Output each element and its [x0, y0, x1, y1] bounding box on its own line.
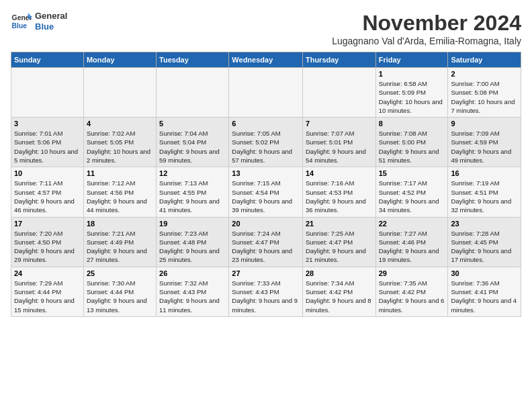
day-info: Sunrise: 7:16 AM Sunset: 4:53 PM Dayligh… — [306, 179, 373, 214]
calendar-cell — [229, 68, 303, 118]
calendar-cell: 21Sunrise: 7:25 AM Sunset: 4:47 PM Dayli… — [302, 217, 375, 267]
day-number: 8 — [379, 120, 445, 128]
calendar-week-5: 24Sunrise: 7:29 AM Sunset: 4:44 PM Dayli… — [11, 267, 521, 316]
calendar-cell — [302, 68, 375, 118]
calendar-week-3: 10Sunrise: 7:11 AM Sunset: 4:57 PM Dayli… — [11, 167, 521, 217]
calendar-cell: 13Sunrise: 7:15 AM Sunset: 4:54 PM Dayli… — [229, 167, 303, 217]
calendar-cell: 4Sunrise: 7:02 AM Sunset: 5:05 PM Daylig… — [83, 118, 156, 167]
month-title: November 2024 — [332, 11, 521, 36]
column-header-friday: Friday — [375, 52, 448, 68]
calendar-cell: 16Sunrise: 7:19 AM Sunset: 4:51 PM Dayli… — [448, 167, 521, 217]
column-header-sunday: Sunday — [11, 52, 84, 68]
day-number: 27 — [232, 269, 300, 277]
day-number: 17 — [14, 220, 81, 228]
column-header-wednesday: Wednesday — [229, 52, 303, 68]
day-info: Sunrise: 7:12 AM Sunset: 4:56 PM Dayligh… — [87, 179, 153, 214]
column-header-tuesday: Tuesday — [157, 52, 229, 68]
calendar-cell: 15Sunrise: 7:17 AM Sunset: 4:52 PM Dayli… — [375, 167, 448, 217]
calendar-cell: 8Sunrise: 7:08 AM Sunset: 5:00 PM Daylig… — [375, 118, 448, 167]
calendar-cell: 17Sunrise: 7:20 AM Sunset: 4:50 PM Dayli… — [11, 217, 84, 267]
calendar-week-2: 3Sunrise: 7:01 AM Sunset: 5:06 PM Daylig… — [11, 118, 521, 167]
calendar-cell — [157, 68, 229, 118]
logo-icon: General Blue — [11, 11, 32, 32]
day-number: 4 — [87, 120, 153, 128]
day-number: 25 — [87, 269, 153, 277]
day-number: 16 — [451, 169, 518, 177]
day-info: Sunrise: 7:13 AM Sunset: 4:55 PM Dayligh… — [159, 179, 226, 214]
title-block: November 2024 Lugagnano Val d'Arda, Emil… — [332, 11, 521, 46]
calendar-cell: 18Sunrise: 7:21 AM Sunset: 4:49 PM Dayli… — [83, 217, 156, 267]
day-number: 21 — [306, 220, 373, 228]
day-info: Sunrise: 7:09 AM Sunset: 4:59 PM Dayligh… — [451, 129, 518, 165]
calendar-cell: 10Sunrise: 7:11 AM Sunset: 4:57 PM Dayli… — [11, 167, 84, 217]
calendar-cell: 5Sunrise: 7:04 AM Sunset: 5:04 PM Daylig… — [157, 118, 229, 167]
calendar-cell — [83, 68, 156, 118]
calendar-cell: 28Sunrise: 7:34 AM Sunset: 4:42 PM Dayli… — [302, 267, 375, 316]
calendar-cell: 1Sunrise: 6:58 AM Sunset: 5:09 PM Daylig… — [375, 68, 448, 118]
calendar-cell: 12Sunrise: 7:13 AM Sunset: 4:55 PM Dayli… — [157, 167, 229, 217]
day-number: 22 — [379, 220, 445, 228]
calendar-cell: 23Sunrise: 7:28 AM Sunset: 4:45 PM Dayli… — [448, 217, 521, 267]
day-info: Sunrise: 7:01 AM Sunset: 5:06 PM Dayligh… — [14, 129, 81, 165]
logo-general: General — [35, 11, 67, 21]
day-info: Sunrise: 7:21 AM Sunset: 4:49 PM Dayligh… — [87, 229, 153, 265]
day-info: Sunrise: 7:24 AM Sunset: 4:47 PM Dayligh… — [232, 229, 300, 265]
day-number: 1 — [379, 70, 445, 78]
day-number: 11 — [87, 169, 153, 177]
calendar-cell: 14Sunrise: 7:16 AM Sunset: 4:53 PM Dayli… — [302, 167, 375, 217]
day-number: 7 — [306, 120, 373, 128]
day-number: 28 — [306, 269, 373, 277]
day-info: Sunrise: 7:34 AM Sunset: 4:42 PM Dayligh… — [306, 279, 373, 314]
day-number: 2 — [451, 70, 518, 78]
day-number: 30 — [451, 269, 518, 277]
column-header-monday: Monday — [83, 52, 156, 68]
day-number: 13 — [232, 169, 300, 177]
calendar-cell: 9Sunrise: 7:09 AM Sunset: 4:59 PM Daylig… — [448, 118, 521, 167]
day-info: Sunrise: 7:11 AM Sunset: 4:57 PM Dayligh… — [14, 179, 81, 214]
day-number: 18 — [87, 220, 153, 228]
calendar-cell: 2Sunrise: 7:00 AM Sunset: 5:08 PM Daylig… — [448, 68, 521, 118]
logo-blue: Blue — [35, 21, 67, 32]
calendar-cell: 25Sunrise: 7:30 AM Sunset: 4:44 PM Dayli… — [83, 267, 156, 316]
day-info: Sunrise: 7:32 AM Sunset: 4:43 PM Dayligh… — [159, 279, 226, 314]
day-info: Sunrise: 7:30 AM Sunset: 4:44 PM Dayligh… — [87, 279, 153, 314]
calendar-cell: 30Sunrise: 7:36 AM Sunset: 4:41 PM Dayli… — [448, 267, 521, 316]
calendar-cell: 7Sunrise: 7:07 AM Sunset: 5:01 PM Daylig… — [302, 118, 375, 167]
calendar-cell: 6Sunrise: 7:05 AM Sunset: 5:02 PM Daylig… — [229, 118, 303, 167]
day-info: Sunrise: 7:28 AM Sunset: 4:45 PM Dayligh… — [451, 229, 518, 265]
day-info: Sunrise: 7:02 AM Sunset: 5:05 PM Dayligh… — [87, 129, 153, 165]
day-number: 29 — [379, 269, 445, 277]
day-info: Sunrise: 7:17 AM Sunset: 4:52 PM Dayligh… — [379, 179, 445, 214]
day-number: 20 — [232, 220, 300, 228]
svg-text:Blue: Blue — [12, 22, 28, 30]
day-info: Sunrise: 7:20 AM Sunset: 4:50 PM Dayligh… — [14, 229, 81, 265]
day-info: Sunrise: 7:36 AM Sunset: 4:41 PM Dayligh… — [451, 279, 518, 314]
day-info: Sunrise: 7:15 AM Sunset: 4:54 PM Dayligh… — [232, 179, 300, 214]
calendar-cell: 24Sunrise: 7:29 AM Sunset: 4:44 PM Dayli… — [11, 267, 84, 316]
day-info: Sunrise: 7:07 AM Sunset: 5:01 PM Dayligh… — [306, 129, 373, 165]
day-info: Sunrise: 7:04 AM Sunset: 5:04 PM Dayligh… — [159, 129, 226, 165]
day-number: 19 — [159, 220, 226, 228]
day-info: Sunrise: 7:33 AM Sunset: 4:43 PM Dayligh… — [232, 279, 300, 314]
day-info: Sunrise: 7:29 AM Sunset: 4:44 PM Dayligh… — [14, 279, 81, 314]
calendar-table: SundayMondayTuesdayWednesdayThursdayFrid… — [11, 52, 521, 317]
day-info: Sunrise: 7:35 AM Sunset: 4:42 PM Dayligh… — [379, 279, 445, 314]
calendar-cell — [11, 68, 84, 118]
day-number: 10 — [14, 169, 81, 177]
day-number: 15 — [379, 169, 445, 177]
calendar-cell: 27Sunrise: 7:33 AM Sunset: 4:43 PM Dayli… — [229, 267, 303, 316]
day-info: Sunrise: 7:25 AM Sunset: 4:47 PM Dayligh… — [306, 229, 373, 265]
calendar-cell: 20Sunrise: 7:24 AM Sunset: 4:47 PM Dayli… — [229, 217, 303, 267]
column-header-saturday: Saturday — [448, 52, 521, 68]
day-info: Sunrise: 7:08 AM Sunset: 5:00 PM Dayligh… — [379, 129, 445, 165]
calendar-cell: 26Sunrise: 7:32 AM Sunset: 4:43 PM Dayli… — [157, 267, 229, 316]
calendar-cell: 22Sunrise: 7:27 AM Sunset: 4:46 PM Dayli… — [375, 217, 448, 267]
day-number: 23 — [451, 220, 518, 228]
day-number: 14 — [306, 169, 373, 177]
page-header: General Blue General Blue November 2024 … — [11, 11, 521, 46]
calendar-week-4: 17Sunrise: 7:20 AM Sunset: 4:50 PM Dayli… — [11, 217, 521, 267]
day-number: 9 — [451, 120, 518, 128]
calendar-cell: 11Sunrise: 7:12 AM Sunset: 4:56 PM Dayli… — [83, 167, 156, 217]
day-info: Sunrise: 7:27 AM Sunset: 4:46 PM Dayligh… — [379, 229, 445, 265]
day-info: Sunrise: 7:00 AM Sunset: 5:08 PM Dayligh… — [451, 79, 518, 115]
